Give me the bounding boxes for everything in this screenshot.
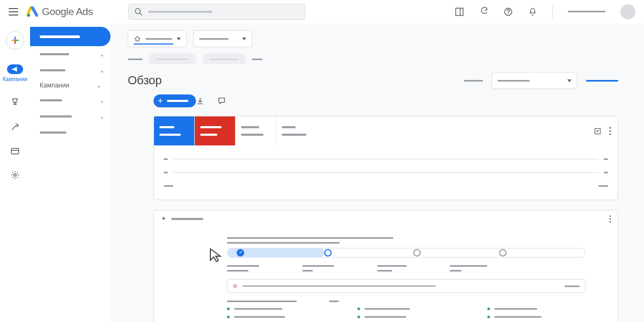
search-container: [128, 4, 305, 20]
download-icon[interactable]: [196, 97, 204, 105]
recommendations-card: [153, 210, 618, 322]
plus-icon: +: [158, 97, 163, 105]
scope-campaign[interactable]: [193, 30, 252, 47]
feedback-icon[interactable]: [217, 97, 226, 105]
list-item: [357, 308, 456, 310]
left-rail: Кампании: [0, 24, 30, 322]
trophy-icon[interactable]: [10, 97, 20, 107]
progress-step: [499, 249, 507, 257]
sidenav-item[interactable]: [30, 125, 111, 141]
bullet-list: [227, 308, 586, 318]
svg-point-20: [610, 221, 611, 223]
svg-point-6: [508, 13, 509, 14]
avatar[interactable]: [620, 4, 635, 19]
home-icon: [134, 35, 141, 42]
sidenav-item[interactable]: ⌄: [30, 46, 111, 62]
more-icon[interactable]: [609, 215, 611, 223]
cursor-icon: [208, 247, 224, 263]
sidenav-item[interactable]: ⌄: [30, 92, 111, 108]
notifications-icon[interactable]: [528, 7, 537, 17]
progress-step: [413, 249, 421, 257]
rail-campaigns[interactable]: Кампании: [3, 64, 27, 82]
metric-tab[interactable]: [276, 116, 317, 145]
axis-label: [164, 185, 173, 187]
chevron-down-icon: ⌄: [97, 83, 101, 89]
filter-chip[interactable]: [202, 54, 246, 64]
svg-point-13: [14, 174, 17, 177]
sidenav-section-campaigns[interactable]: Кампании⌄: [30, 78, 111, 92]
product-logo[interactable]: Google Ads: [27, 6, 93, 18]
settings-icon[interactable]: [10, 170, 20, 180]
product-name: Google Ads: [42, 6, 93, 18]
sidenav-item[interactable]: ⌄: [30, 108, 111, 125]
list-item: [487, 308, 586, 310]
dropdown-icon: [242, 38, 246, 40]
suggestion-input[interactable]: [227, 279, 586, 293]
divider: [552, 5, 553, 18]
search-icon: [134, 8, 143, 16]
dropdown-icon: [567, 79, 572, 82]
refresh-icon[interactable]: [479, 7, 488, 16]
main-content: Обзор +: [111, 24, 644, 322]
search-placeholder: [148, 11, 213, 13]
axis-label: [598, 185, 608, 187]
more-icon[interactable]: [609, 127, 611, 135]
new-campaign-button[interactable]: +: [153, 94, 196, 107]
list-item: [487, 316, 586, 318]
account-label[interactable]: [568, 11, 605, 12]
date-range-picker[interactable]: [492, 72, 577, 89]
side-nav: ⌄ ⌄ Кампании⌄ ⌄ ⌄: [30, 24, 111, 322]
page-title: Обзор: [128, 74, 162, 87]
sparkle-icon: [160, 216, 167, 222]
date-label: [464, 80, 483, 82]
metric-tabs: [154, 116, 618, 145]
status-dot-icon: [233, 284, 237, 288]
filter-chip[interactable]: [148, 54, 196, 64]
scope-account[interactable]: [128, 30, 187, 47]
svg-point-17: [609, 133, 611, 135]
chevron-down-icon: ⌄: [100, 68, 104, 74]
progress-step: [237, 249, 244, 257]
svg-point-16: [609, 130, 611, 131]
create-button[interactable]: [6, 31, 24, 49]
dropdown-icon: [177, 38, 181, 40]
reports-icon[interactable]: [455, 7, 464, 17]
help-icon[interactable]: [503, 7, 513, 17]
svg-point-0: [27, 13, 30, 17]
ads-logo-icon: [27, 6, 39, 17]
metrics-card: [153, 116, 618, 200]
chevron-down-icon: ⌄: [100, 114, 104, 120]
list-item: [227, 316, 325, 318]
sidenav-overview[interactable]: [30, 27, 111, 46]
plus-icon: [10, 35, 20, 45]
chevron-down-icon: ⌄: [100, 98, 104, 104]
filter-bar: [111, 47, 644, 64]
scope-bar: [111, 24, 644, 47]
list-item: [227, 308, 325, 310]
metric-tab[interactable]: [195, 116, 236, 145]
svg-point-18: [610, 215, 611, 217]
search-input[interactable]: [128, 4, 305, 20]
filter-more[interactable]: [252, 58, 262, 60]
expand-icon[interactable]: [594, 127, 602, 135]
svg-point-15: [609, 127, 611, 128]
progress-bar: [227, 248, 586, 258]
list-item: [357, 316, 456, 318]
tools-icon[interactable]: [10, 122, 20, 131]
svg-rect-11: [11, 149, 19, 155]
card-title: [171, 218, 203, 220]
sidenav-item[interactable]: ⌄: [30, 62, 111, 78]
menu-icon[interactable]: [9, 8, 18, 16]
detail-columns: [227, 265, 586, 272]
metric-tab[interactable]: [236, 116, 276, 145]
filter-label: [128, 58, 143, 60]
progress-step: [324, 249, 332, 257]
compare-link[interactable]: [586, 80, 618, 82]
metric-tab[interactable]: [154, 116, 195, 145]
rail-campaigns-label: Кампании: [3, 76, 27, 82]
svg-point-19: [610, 218, 611, 220]
svg-rect-4: [460, 8, 461, 16]
svg-line-2: [140, 13, 142, 15]
app-header: Google Ads: [0, 0, 644, 24]
billing-icon[interactable]: [10, 147, 20, 155]
